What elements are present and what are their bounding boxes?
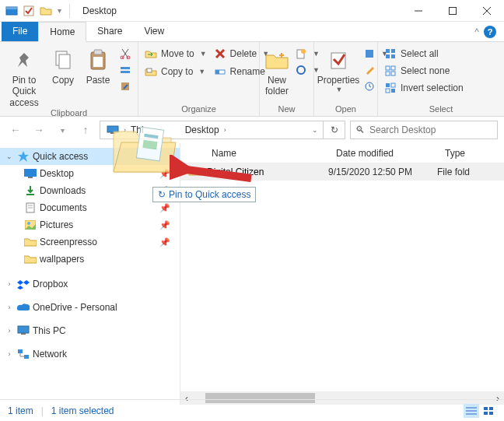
svg-rect-62 (489, 407, 493, 410)
select-none-button[interactable]: Select none (383, 64, 465, 78)
search-icon: 🔍︎ (355, 125, 365, 135)
group-select-label: Select (378, 104, 504, 116)
breadcrumb[interactable]: › Thi › Desktop › ⌄ (100, 121, 324, 139)
cut-button[interactable] (117, 47, 133, 61)
svg-rect-38 (386, 89, 390, 93)
properties-button[interactable]: Properties▼ (319, 45, 358, 94)
delete-icon (214, 47, 226, 60)
copy-button[interactable]: Copy (47, 45, 79, 86)
svg-rect-8 (59, 54, 70, 68)
maximize-button[interactable] (436, 0, 470, 22)
minimize-button[interactable] (401, 0, 436, 22)
qat-folder-icon[interactable] (39, 4, 53, 18)
nav-pictures[interactable]: Pictures📌 (0, 216, 180, 233)
group-open-label: Open (314, 104, 377, 116)
svg-rect-50 (18, 326, 29, 333)
qat-checkbox-icon[interactable] (22, 4, 36, 18)
tab-view[interactable]: View (133, 22, 175, 41)
documents-icon (23, 202, 37, 214)
col-date[interactable]: Date modified (328, 148, 437, 159)
select-none-icon (384, 65, 397, 77)
svg-rect-64 (489, 412, 493, 415)
explorer-icon (5, 4, 19, 18)
nav-quick-access[interactable]: ⌄ Quick access (0, 148, 180, 165)
nav-network[interactable]: ›Network (0, 346, 180, 363)
rename-icon (214, 65, 226, 78)
nav-screenpresso[interactable]: Screenpresso📌 (0, 233, 180, 251)
nav-this-pc[interactable]: ›This PC (0, 322, 180, 339)
search-box[interactable]: 🔍︎ Search Desktop (350, 121, 498, 139)
back-button[interactable]: ← (6, 121, 25, 139)
svg-rect-40 (107, 126, 118, 132)
copy-path-button[interactable] (117, 63, 133, 77)
column-headers[interactable]: Name Date modified Type (180, 143, 504, 163)
svg-rect-39 (391, 89, 395, 93)
tab-home[interactable]: Home (38, 22, 86, 42)
status-bar: 1 item | 1 item selected (0, 399, 504, 421)
svg-rect-4 (450, 7, 457, 14)
tab-share[interactable]: Share (86, 22, 133, 41)
icons-view-button[interactable] (481, 404, 496, 418)
nav-wallpapers[interactable]: wallpapers (0, 251, 180, 268)
svg-rect-34 (386, 72, 390, 75)
tab-file[interactable]: File (2, 22, 38, 41)
svg-point-49 (27, 222, 30, 225)
recent-locations[interactable]: ▾ (53, 121, 72, 139)
content-area: Name Date modified Type Digital Citizen … (180, 143, 504, 405)
pin-to-quick-access-button[interactable]: Pin to Quick access (5, 45, 44, 108)
nav-desktop[interactable]: Desktop📌 (0, 165, 180, 182)
easy-access-icon (295, 64, 307, 76)
svg-point-23 (301, 49, 306, 54)
new-folder-button[interactable]: New folder (264, 45, 289, 97)
ribbon-tabs: File Home Share View ^ ? (0, 22, 504, 42)
svg-rect-37 (391, 83, 395, 87)
ribbon: Pin to Quick access Copy Paste Clipboard… (0, 42, 504, 117)
edit-icon (363, 64, 376, 76)
col-name[interactable]: Name (204, 148, 328, 159)
forward-button[interactable]: → (30, 121, 48, 139)
qat-overflow[interactable]: ▾ (58, 6, 61, 15)
new-item-icon (295, 47, 307, 60)
svg-rect-29 (391, 49, 395, 53)
download-icon (23, 184, 37, 197)
pin-icon (12, 48, 37, 73)
group-organize-label: Organize (138, 104, 259, 116)
svg-rect-33 (391, 66, 395, 70)
svg-rect-10 (94, 50, 102, 54)
paste-shortcut-button[interactable] (117, 79, 133, 93)
paste-button[interactable]: Paste (82, 45, 114, 86)
address-bar: ← → ▾ ↑ › Thi › Desktop › ⌄ ↻ 🔍︎ Search … (0, 117, 504, 143)
close-button[interactable] (470, 0, 504, 22)
folder-icon (23, 236, 37, 248)
move-to-button[interactable]: Move to▼ (143, 47, 208, 61)
pc-icon (16, 325, 30, 337)
breadcrumb-dropdown[interactable]: ⌄ (310, 126, 320, 134)
select-all-button[interactable]: Select all (383, 47, 465, 61)
new-folder-icon (264, 48, 289, 73)
svg-rect-42 (24, 169, 37, 177)
nav-onedrive[interactable]: ›OneDrive - Personal (0, 299, 180, 316)
svg-rect-28 (386, 49, 390, 53)
nav-dropbox[interactable]: ›Dropbox (0, 275, 180, 293)
move-to-icon (145, 47, 157, 60)
drag-tooltip: ↻ Pin to Quick access (152, 187, 256, 202)
up-button[interactable]: ↑ (76, 121, 95, 139)
navigation-pane: ⌄ Quick access Desktop📌 Downloads📌 Docum… (0, 143, 180, 405)
ribbon-collapse[interactable]: ^ (474, 26, 479, 37)
svg-rect-52 (18, 349, 23, 353)
refresh-button[interactable]: ↻ (324, 121, 345, 139)
svg-rect-14 (121, 67, 130, 69)
copy-to-button[interactable]: Copy to▼ (143, 65, 208, 79)
open-icon (363, 47, 376, 60)
svg-rect-31 (391, 54, 395, 58)
paste-shortcut-icon (119, 80, 131, 93)
pc-icon (107, 125, 119, 135)
details-view-button[interactable] (464, 404, 479, 418)
desktop-icon (23, 167, 37, 180)
file-row[interactable]: Digital Citizen 9/15/2020 12:50 PM File … (180, 163, 504, 181)
help-icon[interactable]: ? (484, 26, 496, 38)
shortcut-arrow-icon: ↻ (158, 189, 166, 200)
svg-rect-15 (121, 71, 130, 73)
invert-selection-button[interactable]: Invert selection (383, 81, 465, 95)
col-type[interactable]: Type (437, 148, 465, 159)
